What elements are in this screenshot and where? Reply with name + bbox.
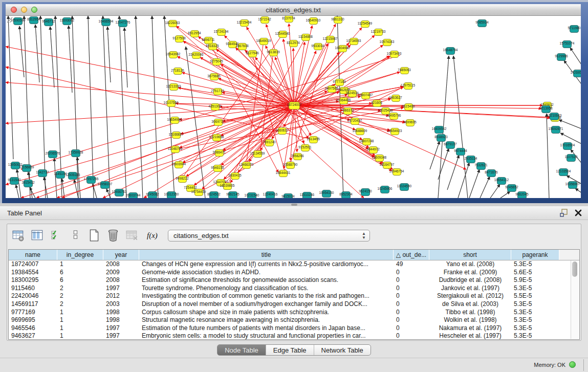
graph-node[interactable]: 10312350: [167, 191, 176, 199]
graph-node[interactable]: 8912954: [190, 30, 199, 37]
graph-node[interactable]: 10231540: [247, 192, 256, 199]
graph-node[interactable]: 1107533: [567, 154, 576, 162]
graph-node[interactable]: 9777169: [335, 79, 344, 86]
graph-node[interactable]: 3086471: [215, 149, 224, 157]
graph-node[interactable]: 15166827: [172, 132, 181, 139]
graph-node[interactable]: 9275045: [212, 58, 221, 65]
graph-node[interactable]: 9862045: [517, 191, 527, 199]
table-row[interactable]: 977716911998Corpus callosum shape and si…: [9, 309, 579, 317]
graph-node[interactable]: 10807487: [361, 92, 370, 99]
table-select-combo[interactable]: citations_edges.txt ▲▼: [168, 230, 370, 242]
graph-node[interactable]: 12544540: [278, 31, 287, 38]
graph-node[interactable]: 4351305: [211, 103, 220, 111]
graph-node[interactable]: 12215404: [240, 19, 249, 27]
graph-node[interactable]: 12219733: [374, 29, 383, 36]
graph-node[interactable]: 9152591: [301, 144, 310, 151]
table-row[interactable]: 946362711997Embryonic stem cells: a mode…: [9, 332, 579, 340]
graph-node[interactable]: 11510246: [302, 192, 312, 199]
graph-node[interactable]: 9463627: [391, 95, 400, 102]
graph-node[interactable]: 1342737: [38, 169, 47, 177]
graph-node[interactable]: 10974343: [383, 39, 391, 46]
graph-node[interactable]: 9844972: [369, 146, 378, 154]
splitter-handle-icon[interactable]: [291, 204, 297, 206]
graph-node[interactable]: 12240416: [266, 191, 275, 199]
table-row[interactable]: 1872400712008Changes of HCN gene express…: [9, 260, 579, 269]
graph-node[interactable]: 12975115: [404, 82, 412, 90]
graph-node[interactable]: 15724194: [217, 29, 226, 36]
table-scrollbar-thumb[interactable]: [572, 261, 577, 277]
graph-node[interactable]: 16409542: [434, 126, 444, 134]
table-row[interactable]: 969969511998Structural magnetic resonanc…: [9, 316, 579, 324]
graph-node[interactable]: 9415024: [284, 193, 293, 199]
float-panel-icon[interactable]: [559, 208, 569, 217]
graph-node[interactable]: 8213958: [541, 105, 551, 113]
graph-node[interactable]: 17269594: [573, 70, 581, 77]
graph-node[interactable]: 8312954: [29, 16, 38, 24]
graph-hub-node[interactable]: 18724007: [289, 102, 300, 110]
graph-node[interactable]: 9498222: [178, 176, 187, 183]
graph-node[interactable]: 9360617: [278, 127, 287, 135]
column-header-title[interactable]: title: [139, 250, 394, 260]
column-header-year[interactable]: year: [103, 250, 139, 260]
graph-node[interactable]: 16543982: [169, 51, 178, 58]
graph-node[interactable]: 10590590: [13, 17, 23, 25]
graph-node[interactable]: 9546155: [213, 165, 222, 172]
graph-node[interactable]: 10588790: [286, 162, 295, 169]
column-header-name[interactable]: name: [9, 250, 57, 260]
merge-rows-button[interactable]: [68, 228, 82, 243]
column-header-in_degree[interactable]: in_degree: [57, 250, 103, 260]
graph-node[interactable]: 2935114: [466, 156, 475, 163]
graph-node[interactable]: 10654112: [497, 177, 506, 185]
tab-edge-table[interactable]: Edge Table: [266, 345, 314, 355]
graph-node[interactable]: 12654923: [390, 128, 399, 135]
graph-node[interactable]: 8312974: [289, 40, 298, 47]
graph-node[interactable]: 8496711: [204, 37, 213, 44]
graph-node[interactable]: 18226063: [168, 20, 177, 27]
window-titlebar[interactable]: citations_edges.txt: [6, 4, 581, 16]
graph-node[interactable]: 7691240: [265, 139, 274, 146]
graph-node[interactable]: 10973493: [390, 51, 399, 58]
column-header-pagerank[interactable]: pagerank: [511, 250, 559, 260]
graph-node[interactable]: 10356907: [568, 181, 577, 189]
graph-node[interactable]: 11024590: [400, 183, 409, 191]
graph-node[interactable]: 3824534: [348, 90, 357, 97]
graph-node[interactable]: 9245652: [507, 184, 516, 192]
graph-node[interactable]: 9474444: [456, 148, 465, 156]
graph-node[interactable]: 11609348: [375, 155, 384, 162]
graph-node[interactable]: 10958107: [100, 181, 110, 189]
graph-node[interactable]: 22420046: [192, 52, 201, 59]
graph-node[interactable]: 8938923: [437, 134, 446, 142]
graph-node[interactable]: 9930415: [231, 172, 239, 180]
graph-node[interactable]: 15134559: [253, 150, 262, 158]
graph-node[interactable]: 8918325: [208, 43, 217, 50]
graph-node[interactable]: 9613819: [269, 49, 278, 56]
graph-node[interactable]: 16804941: [338, 45, 347, 52]
graph-node[interactable]: 16210643: [550, 113, 559, 120]
graph-node[interactable]: 8952304: [341, 191, 351, 199]
graph-node[interactable]: 8137074: [285, 16, 293, 23]
graph-node[interactable]: 9085914: [477, 19, 487, 27]
graph-node[interactable]: 9127508: [175, 35, 184, 42]
graph-node[interactable]: 11603944: [175, 161, 183, 168]
graph-node[interactable]: 2718126: [173, 68, 182, 75]
graph-node[interactable]: 7958266: [293, 153, 302, 160]
table-row[interactable]: 1830029562008Estimation of significance …: [9, 276, 579, 285]
graph-node[interactable]: 12213393: [169, 83, 178, 91]
graph-node[interactable]: 17016504: [563, 142, 572, 150]
graph-node[interactable]: 20206576: [48, 150, 57, 158]
graph-node[interactable]: 9933014: [314, 43, 322, 50]
graph-node[interactable]: 621606: [373, 100, 381, 107]
column-header-short[interactable]: short: [429, 250, 511, 260]
graph-node[interactable]: 9127546: [248, 50, 257, 57]
graph-node[interactable]: 12215987: [326, 36, 335, 43]
resize-grip-icon[interactable]: [6, 16, 13, 23]
table-row[interactable]: 2242004622012Investigating the contribut…: [9, 292, 579, 300]
graph-node[interactable]: 2751713: [213, 88, 222, 95]
graph-node[interactable]: 3915412: [24, 180, 33, 187]
graph-node[interactable]: 9115460: [404, 103, 413, 111]
graph-node[interactable]: 10688609: [356, 128, 364, 135]
graph-node[interactable]: 12466370: [242, 162, 251, 169]
graph-node[interactable]: 12156859: [22, 164, 31, 172]
graph-node[interactable]: 18807248: [362, 138, 371, 145]
graph-node[interactable]: 3675685: [210, 73, 219, 80]
